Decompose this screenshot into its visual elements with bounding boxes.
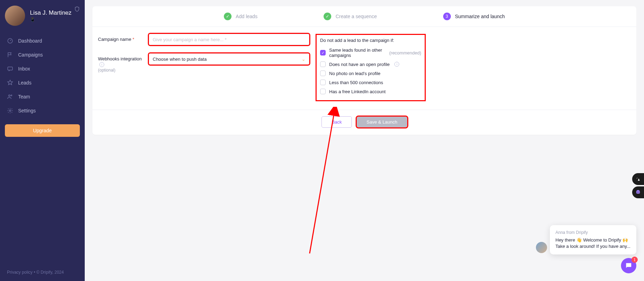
filter-row[interactable]: Less than 500 connections: [320, 78, 421, 87]
assistant-button[interactable]: [632, 186, 644, 198]
action-bar: Back Save & Launch: [92, 110, 636, 135]
privacy-link[interactable]: Privacy policy: [7, 270, 32, 275]
profile-name: Lisa J. Martinez: [30, 9, 71, 16]
filter-label: Same leads found in other campaigns: [329, 47, 386, 58]
svg-point-4: [9, 110, 11, 112]
webhooks-label: Webhooks integration i (optional): [98, 53, 149, 73]
step-number: 3: [443, 13, 451, 20]
filter-row[interactable]: No photo on lead's profile: [320, 69, 421, 78]
lead-filters-title: Do not add a lead to the campaign if:: [320, 38, 421, 43]
chat-message: Hey there 👋 Welcome to Dripify 🙌 Take a …: [555, 237, 631, 250]
svg-point-2: [9, 95, 10, 97]
sidebar-item-leads[interactable]: Leads: [0, 76, 85, 89]
message-icon: [7, 66, 13, 72]
filter-row[interactable]: Same leads found in other campaigns (rec…: [320, 46, 421, 60]
sidebar-nav: Dashboard Campaigns Inbox Leads Team Set…: [0, 31, 85, 120]
chevron-down-icon: ⌄: [302, 57, 305, 62]
flag-icon: [7, 52, 13, 58]
sidebar-item-dashboard[interactable]: Dashboard: [0, 34, 85, 47]
check-icon: ✓: [224, 13, 232, 20]
upgrade-button[interactable]: Upgrade: [5, 124, 80, 137]
sidebar-item-label: Team: [18, 94, 30, 99]
recommended-tag: (recommended): [389, 50, 421, 56]
chat-preview[interactable]: Anna from Dripify Hey there 👋 Welcome to…: [550, 225, 636, 254]
sidebar-item-label: Inbox: [18, 66, 30, 72]
filter-row[interactable]: Does not have an open profilei: [320, 60, 421, 69]
sidebar: Lisa J. Martinez 📱 Dashboard Campaigns I…: [0, 0, 85, 281]
step-summarize-launch[interactable]: 3 Summarize and launch: [443, 13, 505, 20]
filter-row[interactable]: Has a free LinkedIn account: [320, 87, 421, 96]
profile-subtitle: 📱: [30, 17, 71, 22]
chat-launcher[interactable]: 1: [621, 258, 636, 273]
star-icon: [7, 80, 13, 86]
filter-label: Does not have an open profile: [329, 62, 389, 67]
svg-point-6: [637, 192, 638, 192]
profile-block[interactable]: Lisa J. Martinez 📱: [0, 0, 85, 31]
svg-rect-1: [8, 67, 13, 70]
webhooks-select[interactable]: Choose when to push data ⌄: [149, 53, 309, 65]
sidebar-item-team[interactable]: Team: [0, 90, 85, 103]
step-create-sequence[interactable]: ✓ Create a sequence: [324, 13, 377, 20]
svg-point-3: [11, 95, 12, 96]
chat-badge: 1: [631, 257, 638, 263]
users-icon: [7, 94, 13, 100]
filter-label: Has a free LinkedIn account: [329, 89, 386, 94]
translate-button[interactable]: [632, 173, 644, 185]
sidebar-item-label: Campaigns: [18, 52, 43, 58]
info-icon[interactable]: i: [99, 62, 104, 67]
svg-point-7: [638, 192, 639, 192]
checkbox[interactable]: [320, 80, 326, 85]
checkbox[interactable]: [320, 50, 326, 56]
sidebar-item-settings[interactable]: Settings: [0, 104, 85, 117]
sidebar-item-label: Leads: [18, 80, 31, 86]
check-icon: ✓: [324, 13, 331, 20]
sidebar-footer: Privacy policy • © Dripify, 2024: [0, 265, 85, 281]
chat-from: Anna from Dripify: [555, 230, 631, 235]
sidebar-item-label: Settings: [18, 108, 36, 113]
avatar: [5, 6, 25, 26]
filter-label: Less than 500 connections: [329, 80, 383, 85]
checkbox[interactable]: [320, 61, 326, 67]
campaign-name-label: Campaign name *: [98, 34, 149, 42]
save-launch-button[interactable]: Save & Launch: [357, 117, 407, 127]
gauge-icon: [7, 38, 13, 44]
back-button[interactable]: Back: [321, 116, 352, 128]
gear-icon: [7, 108, 13, 114]
sidebar-item-campaigns[interactable]: Campaigns: [0, 48, 85, 61]
step-add-leads[interactable]: ✓ Add leads: [224, 13, 257, 20]
info-icon[interactable]: i: [394, 62, 399, 67]
shield-icon: [74, 6, 80, 13]
checkbox[interactable]: [320, 89, 326, 94]
checkbox[interactable]: [320, 71, 326, 76]
lead-filters-block: Do not add a lead to the campaign if: Sa…: [316, 34, 426, 101]
chat-avatar: [536, 242, 547, 253]
sidebar-item-inbox[interactable]: Inbox: [0, 62, 85, 75]
sidebar-item-label: Dashboard: [18, 38, 42, 44]
copyright: © Dripify, 2024: [36, 270, 64, 275]
campaign-name-input[interactable]: [149, 34, 309, 45]
filter-label: No photo on lead's profile: [329, 71, 380, 76]
stepper: ✓ Add leads ✓ Create a sequence 3 Summar…: [92, 6, 636, 27]
